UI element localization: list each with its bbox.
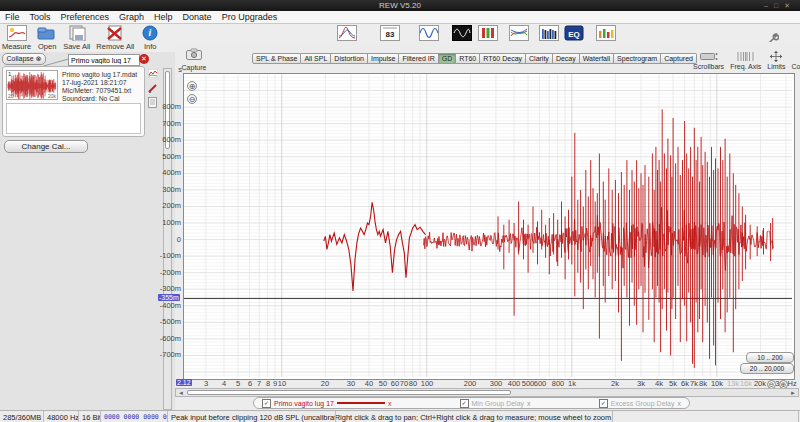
- ir-windows-icon: [337, 25, 357, 41]
- capture-button[interactable]: Capture: [177, 46, 211, 71]
- x-tick-200: 200: [464, 379, 477, 388]
- status-segment-2: 16 Bit: [79, 411, 101, 422]
- y-tick--100m: -100m: [155, 251, 181, 260]
- y-tick-300m: 300m: [155, 185, 181, 194]
- scroll-right-icon[interactable]: ►: [789, 389, 797, 398]
- change-cal-button[interactable]: Change Cal...: [4, 140, 88, 153]
- x-tick-8: 8: [266, 379, 270, 388]
- measure-button[interactable]: Measure: [2, 25, 31, 51]
- tab-rt60-decay[interactable]: RT60 Decay: [480, 53, 526, 64]
- x-tick-400: 400: [508, 379, 521, 388]
- measurement-file: Primo vagito lug 17.mdat: [62, 71, 144, 79]
- measurement-name-input[interactable]: [68, 54, 140, 66]
- range-preset-10-200-button[interactable]: 10 .. 200: [746, 352, 794, 363]
- y-zoom-in-icon[interactable]: ⊕: [187, 81, 197, 91]
- limits-button[interactable]: Limits: [767, 51, 785, 70]
- scroll-left-icon[interactable]: ◄: [177, 389, 185, 398]
- measurement-card[interactable]: 1 20 20k Primo vagito lug 17.mdat 17-lug…: [2, 66, 145, 137]
- legend-checkbox[interactable]: ✓: [599, 399, 608, 408]
- measure-icon: [7, 25, 27, 41]
- x-tick-10k: 10k: [711, 379, 723, 388]
- tab-spectrogram[interactable]: Spectrogram: [614, 53, 661, 64]
- open-button[interactable]: Open: [37, 25, 57, 51]
- tab-rt60[interactable]: RT60: [456, 53, 480, 64]
- legend-close-button[interactable]: x: [388, 400, 392, 407]
- tab-gd[interactable]: GD: [439, 53, 457, 64]
- graph-view-controls: ScrollbarsFreq. AxisLimitsControls: [693, 50, 800, 69]
- menu-item-tools[interactable]: Tools: [25, 12, 56, 22]
- y-tick-100m: 100m: [155, 218, 181, 227]
- y-tick-600m: 600m: [155, 135, 181, 144]
- y-tick--500m: -500m: [155, 317, 181, 326]
- trace-settings-icon[interactable]: [148, 69, 158, 78]
- x-tick-40: 40: [365, 379, 373, 388]
- x-tick-600: 600: [534, 379, 547, 388]
- generator-icon: [419, 25, 439, 41]
- y-tick-200m: 200m: [155, 201, 181, 210]
- legend-checkbox[interactable]: ✓: [262, 399, 271, 408]
- x-tick-5k: 5k: [669, 379, 677, 388]
- legend-label: Excess Group Delay: [611, 400, 675, 407]
- maximize-button[interactable]: □: [774, 2, 784, 9]
- x-tick-80: 80: [409, 379, 417, 388]
- overlays-icon: [509, 25, 529, 41]
- x-tick-8k: 8k: [699, 379, 707, 388]
- info-button[interactable]: iInfo: [140, 25, 160, 51]
- scrollbars-button[interactable]: Scrollbars: [693, 51, 724, 70]
- window-controls: –□✕: [764, 0, 796, 11]
- menu-item-graph[interactable]: Graph: [114, 12, 149, 22]
- tab-captured[interactable]: Captured: [661, 53, 697, 64]
- range-preset-20-20000-button[interactable]: 20 .. 20,000: [740, 363, 794, 374]
- remove-all-button[interactable]: Remove All: [96, 25, 134, 51]
- svg-text:i: i: [149, 27, 152, 38]
- tab-distortion[interactable]: Distortion: [331, 53, 368, 64]
- menu-item-file[interactable]: File: [0, 12, 25, 22]
- scrollbar-thumb[interactable]: [187, 390, 511, 395]
- legend-item-primo-vagito-lug-17: ✓Primo vagito lug 17x: [262, 399, 391, 408]
- plot-area[interactable]: [183, 73, 795, 380]
- y-tick--300m: -300m: [155, 284, 181, 293]
- close-button[interactable]: ✕: [784, 2, 796, 9]
- minimize-button[interactable]: –: [764, 2, 774, 9]
- freq-axis-button[interactable]: Freq. Axis: [730, 51, 761, 70]
- graph-control-label: Limits: [767, 63, 785, 70]
- plot-horizontal-scrollbar[interactable]: ◄ ►: [175, 388, 799, 397]
- legend-close-button[interactable]: x: [677, 400, 681, 407]
- measurement-notes-area[interactable]: [6, 103, 141, 134]
- edit-pencil-icon[interactable]: [148, 83, 158, 93]
- change-cal-label: Change Cal...: [22, 142, 71, 151]
- legend-label: Min Group Delay: [472, 400, 525, 407]
- tab-waterfall[interactable]: Waterfall: [580, 53, 614, 64]
- tab-filtered-ir[interactable]: Filtered IR: [399, 53, 438, 64]
- tab-decay[interactable]: Decay: [553, 53, 580, 64]
- cursor-y-readout: -355m: [158, 294, 180, 301]
- controls-button[interactable]: Controls: [792, 51, 800, 70]
- tab-impulse[interactable]: Impulse: [368, 53, 400, 64]
- y-zoom-out-icon[interactable]: ⊖: [187, 94, 197, 104]
- x-tick-6k: 6k: [681, 379, 689, 388]
- legend-close-button[interactable]: x: [527, 400, 531, 407]
- tab-all-spl[interactable]: All SPL: [301, 53, 331, 64]
- legend-checkbox[interactable]: ✓: [460, 399, 469, 408]
- legend-item-min-group-delay: ✓Min Group Delayx: [460, 399, 531, 408]
- menu-item-help[interactable]: Help: [149, 12, 178, 22]
- menu-item-preferences[interactable]: Preferences: [56, 12, 115, 22]
- x-tick-3: 3: [204, 379, 208, 388]
- camera-icon: [186, 48, 202, 60]
- x-tick-2k: 2k: [611, 379, 619, 388]
- legend-line-swatch: [337, 402, 385, 404]
- svg-text:EQ: EQ: [568, 30, 580, 39]
- remove-measurement-icon[interactable]: ✕: [139, 54, 149, 64]
- x-tick-50: 50: [379, 379, 387, 388]
- freq-axis-icon: [737, 51, 755, 62]
- menu-item-pro-upgrades[interactable]: Pro Upgrades: [217, 12, 283, 22]
- tab-clarity[interactable]: Clarity: [526, 53, 553, 64]
- tab-spl-phase[interactable]: SPL & Phase: [252, 53, 301, 64]
- save-all-button[interactable]: Save All: [63, 25, 90, 51]
- x-tick-60: 60: [391, 379, 399, 388]
- graph-control-label: Scrollbars: [693, 63, 724, 70]
- x-tick-1k: 1k: [568, 379, 576, 388]
- menu-item-donate[interactable]: Donate: [178, 12, 217, 22]
- save-all-icon: [67, 25, 87, 41]
- controls-icon: [796, 51, 800, 62]
